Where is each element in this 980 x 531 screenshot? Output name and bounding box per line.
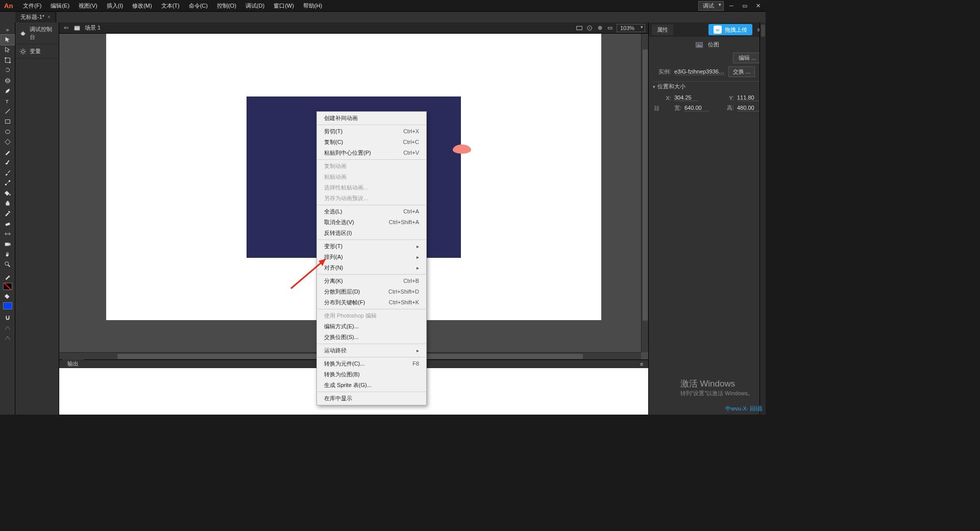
ctx-deselect[interactable]: 取消全选(V)Ctrl+Shift+A <box>317 217 426 228</box>
vertical-scrollbar[interactable] <box>641 34 648 352</box>
h-value[interactable]: 480.00 <box>737 105 762 111</box>
bone-tool[interactable] <box>1 178 14 188</box>
menu-help[interactable]: 帮助(H) <box>299 1 326 11</box>
debug-console-row[interactable]: 调试控制台 <box>15 22 59 44</box>
ctx-distribute-keyframes[interactable]: 分布到关键帧(F)Ctrl+Shift+K <box>317 297 426 308</box>
ctx-convert-bitmap[interactable]: 转换为位图(B) <box>317 369 426 380</box>
ctx-motion-path[interactable]: 运动路径 <box>317 345 426 356</box>
right-edge-strip[interactable] <box>760 22 766 415</box>
close-button[interactable]: ✕ <box>752 1 764 10</box>
upload-button[interactable]: ∞ 拖拽上传 <box>708 24 752 35</box>
ctx-paste-anim: 粘贴动画 <box>317 172 426 182</box>
smooth-option[interactable] <box>1 323 14 333</box>
ctx-transform[interactable]: 变形(T) <box>317 241 426 252</box>
menu-window[interactable]: 窗口(W) <box>270 1 298 11</box>
document-tab-bar: 无标题-1* × <box>0 11 766 22</box>
ctx-cut[interactable]: 剪切(T)Ctrl+X <box>317 126 426 137</box>
stroke-color-icon[interactable] <box>1 272 14 282</box>
menu-insert[interactable]: 插入(I) <box>103 1 127 11</box>
ctx-edit-mode[interactable]: 编辑方式(E)... <box>317 321 426 332</box>
camera-tool[interactable] <box>1 239 14 249</box>
output-menu-icon[interactable]: ≡ <box>638 360 645 368</box>
ink-bottle-tool[interactable] <box>1 198 14 208</box>
document-tab[interactable]: 无标题-1* × <box>15 12 56 22</box>
fill-color-icon[interactable] <box>1 291 14 301</box>
ctx-sep <box>317 357 426 357</box>
swap-bitmap-button[interactable]: 交换 ... <box>728 66 755 77</box>
fill-swatch[interactable] <box>3 302 12 309</box>
stroke-swatch[interactable] <box>3 283 12 290</box>
line-tool[interactable] <box>1 106 14 116</box>
pen-tool[interactable] <box>1 86 14 96</box>
width-tool[interactable] <box>1 229 14 239</box>
menu-control[interactable]: 控制(O) <box>213 1 240 11</box>
ctx-align[interactable]: 对齐(N) <box>317 262 426 273</box>
menu-file[interactable]: 文件(F) <box>19 1 45 11</box>
svg-point-13 <box>9 194 11 196</box>
v-scroll-thumb[interactable] <box>643 50 648 320</box>
properties-tab[interactable]: 属性 <box>652 25 673 35</box>
hand-tool[interactable] <box>1 249 14 259</box>
rectangle-tool[interactable] <box>1 116 14 127</box>
3d-rotation-tool[interactable] <box>1 76 14 86</box>
ctx-distribute-layers[interactable]: 分散到图层(D)Ctrl+Shift+D <box>317 286 426 297</box>
svg-rect-17 <box>5 243 9 246</box>
scene-label[interactable]: 场景 1 <box>85 24 101 32</box>
y-value[interactable]: 111.80 <box>737 94 762 101</box>
zoom-dropdown[interactable]: 103% <box>617 24 645 32</box>
pencil-tool[interactable] <box>1 147 14 157</box>
ctx-generate-sprite[interactable]: 生成 Sprite 表(G)... <box>317 380 426 391</box>
minimize-button[interactable]: ─ <box>726 1 737 10</box>
variables-row[interactable]: 变量 <box>15 44 59 59</box>
swatch-group <box>1 272 14 309</box>
expand-toolbar-icon[interactable]: » <box>1 25 14 35</box>
paint-bucket-tool[interactable] <box>1 188 14 198</box>
maximize-button[interactable]: ▭ <box>739 1 750 10</box>
workspace-dropdown[interactable]: 调试 <box>698 1 724 11</box>
fit-icon[interactable]: ▭ <box>606 25 614 32</box>
ctx-swap-bitmap[interactable]: 交换位图(S)... <box>317 332 426 343</box>
menu-modify[interactable]: 修改(M) <box>128 1 156 11</box>
ctx-paste-center[interactable]: 粘贴到中心位置(P)Ctrl+V <box>317 148 426 158</box>
ctx-invert-sel[interactable]: 反转选区(I) <box>317 228 426 238</box>
brush-tool[interactable] <box>1 157 14 167</box>
ctx-select-all[interactable]: 全选(L)Ctrl+A <box>317 206 426 217</box>
ctx-show-in-library[interactable]: 在库中显示 <box>317 393 426 404</box>
ctx-break-apart[interactable]: 分离(K)Ctrl+B <box>317 276 426 286</box>
section-position-size[interactable]: 位置和大小 <box>653 81 762 91</box>
ctx-arrange[interactable]: 排列(A) <box>317 252 426 262</box>
stage-view-icon[interactable] <box>576 25 583 32</box>
menu-debug[interactable]: 调试(D) <box>241 1 268 11</box>
eraser-tool[interactable] <box>1 219 14 229</box>
menu-edit[interactable]: 编辑(E) <box>46 1 74 11</box>
free-transform-tool[interactable] <box>1 55 14 65</box>
text-tool[interactable]: T <box>1 96 14 106</box>
ctx-create-tween[interactable]: 创建补间动画 <box>317 113 426 124</box>
back-icon[interactable]: ⇦ <box>62 25 69 32</box>
polystar-tool[interactable] <box>1 137 14 147</box>
selection-tool[interactable] <box>1 35 14 45</box>
subselection-tool[interactable] <box>1 45 14 55</box>
straighten-option[interactable] <box>1 333 14 343</box>
output-tab[interactable]: 输出 <box>62 359 84 369</box>
ctx-convert-symbol[interactable]: 转换为元件(C)...F8 <box>317 358 426 369</box>
document-tab-close[interactable]: × <box>47 14 51 20</box>
link-dimensions-icon[interactable]: ⛓ <box>653 105 660 112</box>
x-value[interactable]: 304.25 <box>674 94 699 101</box>
menu-text[interactable]: 文本(T) <box>157 1 184 11</box>
lasso-tool[interactable] <box>1 65 14 76</box>
oval-tool[interactable] <box>1 127 14 137</box>
center-stage-icon[interactable] <box>586 25 593 32</box>
menu-commands[interactable]: 命令(C) <box>185 1 212 11</box>
edge-handle[interactable] <box>761 25 765 37</box>
zoom-tool[interactable] <box>1 259 14 270</box>
w-value[interactable]: 640.00 <box>684 105 709 111</box>
instance-name[interactable]: e3iG-fzihnep39366... <box>674 68 725 75</box>
snap-toggle[interactable] <box>1 312 14 323</box>
edit-bitmap-button[interactable]: 编辑 ... <box>733 53 762 63</box>
ctx-copy[interactable]: 复制(C)Ctrl+C <box>317 137 426 148</box>
eyedropper-tool[interactable] <box>1 208 14 219</box>
paint-brush-tool[interactable] <box>1 167 14 178</box>
menu-view[interactable]: 视图(V) <box>75 1 102 11</box>
clip-stage-icon[interactable]: ⊕ <box>596 25 603 32</box>
